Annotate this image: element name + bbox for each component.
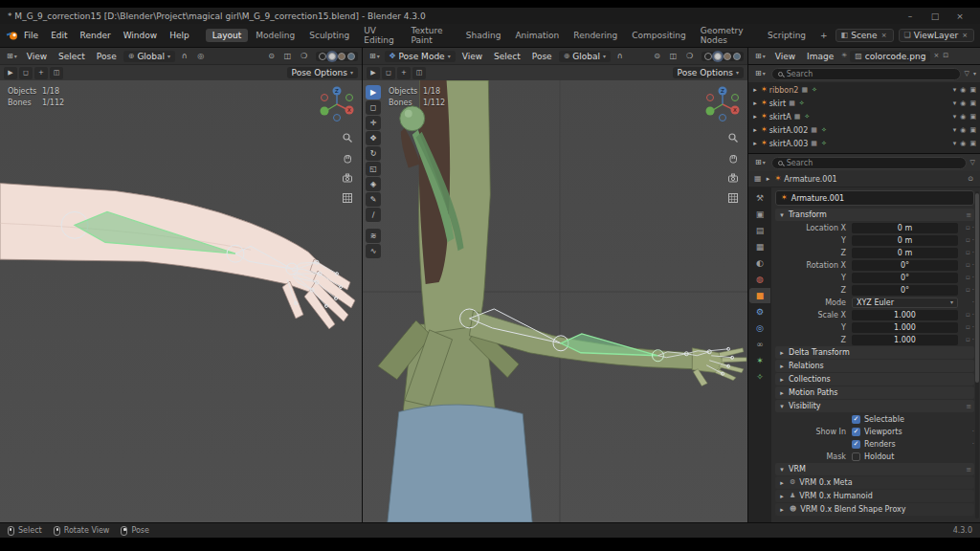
lock-icon[interactable]: ▫ (966, 274, 970, 281)
pose-breakdowner-tool-button[interactable]: ≋ (366, 229, 381, 243)
workspace-tab-geometry-nodes[interactable]: Geometry Nodes (694, 24, 760, 47)
image-menu[interactable]: Image (802, 51, 838, 62)
editor-type-button[interactable]: ⊞ ▾ (752, 69, 768, 78)
hide-viewport-eye-icon[interactable]: ◉ (959, 127, 967, 134)
editor-type-button[interactable]: ⊞ ▾ (752, 158, 768, 167)
animate-dot-icon[interactable]: · (972, 298, 974, 306)
hide-viewport-eye-icon[interactable]: ◉ (959, 100, 967, 107)
window-menu[interactable]: Window (118, 29, 164, 42)
lock-icon[interactable]: ▫ (966, 224, 970, 231)
collections-panel-header[interactable]: ▸ Collections (775, 373, 974, 386)
editor-type-button[interactable]: ⊞ ▾ (367, 52, 383, 61)
lock-icon[interactable]: ▫ (966, 261, 970, 269)
active-tool-icon[interactable]: ▶ (4, 67, 17, 79)
disable-render-camera-icon[interactable]: ▣ (969, 114, 977, 121)
tweak-tool-button[interactable]: ▶ (366, 85, 381, 99)
unlink-image-icon[interactable]: × (932, 53, 940, 59)
cursor-tool-button[interactable]: ✛ (366, 116, 381, 130)
lock-icon[interactable]: ▫ (966, 249, 970, 256)
pose-relax-tool-button[interactable]: ∿ (366, 244, 381, 258)
animate-dot-icon[interactable]: · (972, 311, 974, 319)
view-menu[interactable]: View (22, 51, 52, 62)
workspace-tab-rendering[interactable]: Rendering (567, 29, 624, 42)
pose-menu[interactable]: Pose (527, 51, 557, 62)
disable-render-camera-icon[interactable]: ▣ (969, 87, 977, 94)
shading-wireframe-button[interactable] (704, 53, 712, 60)
expand-icon[interactable]: ▸ (751, 86, 759, 94)
snap-magnet-icon[interactable]: ∩ (612, 50, 627, 62)
tab-output[interactable]: ▤ (749, 223, 770, 238)
render-menu[interactable]: Render (75, 29, 117, 42)
tab-modifiers[interactable]: ⚙ (749, 304, 770, 320)
zoom-icon[interactable] (725, 130, 740, 144)
lock-icon[interactable]: ▫ (966, 311, 970, 319)
scene-selector[interactable]: ◧ Scene × (835, 29, 894, 42)
lock-icon[interactable]: ▫ (966, 336, 970, 343)
close-button[interactable]: × (947, 11, 972, 21)
select-mode-extend-icon[interactable]: + (397, 67, 411, 79)
rotation-y-field[interactable]: 0° (852, 273, 958, 283)
location-x-field[interactable]: 0 m (852, 223, 958, 233)
select-menu[interactable]: Select (489, 51, 525, 62)
file-menu[interactable]: File (18, 29, 44, 42)
move-tool-button[interactable]: ✥ (366, 131, 381, 145)
unlink-scene-icon[interactable]: × (880, 33, 888, 39)
lock-icon[interactable]: ▫ (966, 286, 970, 294)
location-z-field[interactable]: 0 m (852, 248, 958, 258)
delta-transform-panel-header[interactable]: ▸ Delta Transform (775, 346, 974, 359)
object-name-field[interactable]: ✶ Armature.001 (775, 190, 974, 206)
vrm-panel-header[interactable]: ▾ VRM ≡ (775, 463, 974, 475)
view-menu[interactable]: View (770, 51, 800, 62)
shading-solid-button[interactable] (714, 53, 722, 60)
view-layer-selector[interactable]: ❏ ViewLayer × (899, 29, 975, 42)
transform-orientation-dropdown[interactable]: ⊕ Global ▾ (123, 51, 175, 62)
scale-z-field[interactable]: 1.000 (852, 335, 958, 345)
hide-viewport-eye-icon[interactable]: ◉ (959, 114, 967, 121)
holdout-checkbox[interactable]: ✓ (852, 452, 860, 461)
tab-render[interactable]: ▣ (749, 207, 770, 222)
filter-icon[interactable]: ▽ (964, 71, 970, 77)
workspace-tab-modeling[interactable]: Modeling (249, 29, 301, 42)
screens-toggle-icon[interactable]: ▾ (952, 141, 958, 147)
tab-tool[interactable]: ⚒ (749, 190, 770, 206)
proportional-editing-icon[interactable]: ◎ (193, 50, 208, 62)
animate-dot-icon[interactable]: · (972, 336, 974, 343)
copy-image-icon[interactable]: ⊡ (942, 53, 949, 59)
view-menu[interactable]: View (457, 51, 487, 62)
hide-viewport-eye-icon[interactable]: ◉ (959, 141, 967, 147)
add-workspace-button[interactable]: + (813, 29, 835, 42)
pose-options-dropdown[interactable]: Pose Options ▾ (673, 67, 744, 78)
show-in-renders-checkbox[interactable]: ✓ (852, 440, 860, 449)
disable-render-camera-icon[interactable]: ▣ (969, 141, 977, 147)
tab-constraints[interactable]: ∞ (749, 337, 770, 352)
screens-toggle-icon[interactable]: ▾ (952, 87, 958, 94)
unlink-view-layer-icon[interactable]: × (961, 33, 969, 39)
scale-y-field[interactable]: 1.000 (852, 322, 958, 333)
workspace-tab-texture-paint[interactable]: Texture Paint (405, 24, 458, 47)
disable-render-camera-icon[interactable]: ▣ (969, 100, 977, 107)
snap-magnet-icon[interactable]: ∩ (177, 50, 191, 62)
show-gizmo-icon[interactable]: ⊙ (264, 50, 278, 62)
animate-dot-icon[interactable]: · (972, 274, 974, 281)
selectable-checkbox[interactable]: ✓ (852, 415, 860, 424)
select-mode-subtract-icon[interactable]: ◫ (412, 67, 426, 79)
select-mode-box-icon[interactable]: ◻ (382, 67, 395, 79)
show-gizmo-icon[interactable]: ⊙ (650, 50, 664, 62)
editor-type-button[interactable]: ⊞ ▾ (752, 52, 768, 61)
outliner-item-skirtA-003[interactable]: ▸ ✶ skirtA.003 ▦ ✧ ▾ ◉ ▣ (748, 137, 980, 150)
transform-tool-button[interactable]: ◈ (366, 177, 381, 191)
select-mode-extend-icon[interactable]: + (34, 67, 48, 79)
minimize-button[interactable]: – (898, 11, 923, 21)
transform-orientation-dropdown[interactable]: ⊕ Global ▾ (559, 51, 611, 62)
image-datablock-selector[interactable]: ▨ colorcode.png (850, 51, 930, 62)
ortho-grid-icon[interactable] (725, 190, 740, 205)
scale-x-field[interactable]: 1.000 (852, 310, 958, 320)
properties-scrollbar[interactable] (975, 191, 979, 518)
pan-hand-icon[interactable] (725, 150, 740, 165)
help-menu[interactable]: Help (164, 29, 195, 42)
expand-icon[interactable]: ▸ (751, 113, 759, 121)
shading-rendered-button[interactable] (347, 53, 355, 60)
workspace-tab-shading[interactable]: Shading (459, 29, 508, 42)
tab-object[interactable]: ■ (749, 288, 770, 303)
animate-dot-icon[interactable]: · (972, 440, 974, 448)
